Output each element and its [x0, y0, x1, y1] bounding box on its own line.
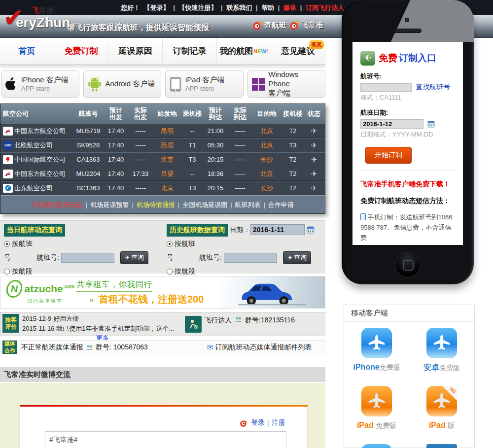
subscribe-expert-link[interactable]: 订阅飞行达人 — [306, 4, 344, 11]
weibo-icon — [240, 418, 248, 427]
airline-logo-sas: SAS — [3, 141, 13, 150]
nav-tab-delay-reason[interactable]: 延误原因 — [108, 38, 163, 64]
review-line[interactable]: 2015-12-9 好用方便 — [22, 314, 185, 324]
flight-expert-group[interactable]: 飞行达人 群号:182135116 — [185, 314, 295, 334]
col-arr-terminal: 接机楼 — [281, 110, 305, 117]
airline-name: 中国东方航空公司 — [14, 127, 66, 136]
search-button[interactable]: ✈查询 — [120, 251, 148, 264]
nav-tab-feedback[interactable]: 意见建议 有奖 — [271, 38, 325, 64]
passenger-reviews-panel: 旅客评价 2015-12-9 好用方便 2015-11-16 我已使用1年非常准… — [0, 312, 325, 336]
group-number: 群号: 100587063 — [96, 343, 148, 352]
separator: | — [221, 4, 223, 11]
help-link[interactable]: 帮助 — [261, 4, 274, 11]
ipad-app-button[interactable]: iPad 客户端APP store — [165, 70, 244, 98]
ad-banner[interactable]: N atzuche.com 凹凸共享租车 共享租车，你我同行 »首租不花钱，注册… — [0, 276, 325, 309]
windows-phone-app-button[interactable]: Windows Phone客户端 — [247, 70, 326, 98]
nav-tab-my-airmap[interactable]: 我的航图 NEW! — [217, 38, 271, 64]
link-airport-delay-warning[interactable]: 机场延误预警 — [90, 201, 129, 209]
table-row[interactable]: SAS北欧航空公司 SK9528 17:40 ----- 悉尼 T1 05:30… — [0, 138, 325, 152]
actual-arr: ----- — [227, 184, 253, 192]
nav-tab-home[interactable]: 首页 — [0, 38, 54, 64]
weibo-register-link[interactable]: 注册 — [272, 418, 285, 427]
actual-arr: ----- — [227, 170, 253, 177]
table-row[interactable]: 中国东方航空公司 MU2204 17:40 17:33 吕梁 -- 18:36 … — [0, 167, 325, 181]
start-subscribe-button[interactable]: 开始订制 — [365, 147, 412, 164]
flight-no-label: 航班号: — [199, 253, 222, 262]
brand-subtitle: 凹凸共享租车 — [27, 298, 74, 305]
status-plane-icon: ✈ — [305, 184, 323, 193]
app-icon-android — [426, 328, 457, 358]
weibo-login-link[interactable]: 登录 — [251, 418, 265, 427]
weibo-icon — [289, 20, 300, 31]
query-section: 当日航班动态查询 按航班 号 航班号: ✈查询 按航段 历史航班数据查询 日期：… — [0, 220, 325, 274]
link-mobile-tracking[interactable]: 手机跟踪航班动态 — [32, 201, 83, 209]
col-actual-arr: 实际 到达 — [227, 107, 253, 121]
table-row[interactable]: 中国国际航空公司 CA1363 17:40 ----- 北京 T3 20:15 … — [0, 152, 325, 167]
people-icon — [85, 344, 94, 351]
home-button[interactable] — [395, 252, 421, 277]
link-national-delay-map[interactable]: 全国机场延误图 — [182, 201, 227, 209]
subscribe-mail-link[interactable]: 订阅航班动态媒体通报邮件列表 — [215, 343, 312, 352]
green-plane-icon: ✈ — [360, 51, 375, 66]
table-row[interactable]: 山东航空公司 SC1363 17:40 ----- 北京 T3 20:15 --… — [0, 181, 325, 195]
quick-register-link[interactable]: 【快速注册】 — [178, 4, 217, 11]
search-button-label: 查询 — [294, 253, 307, 262]
ad-slogan: 共享租车，你我同行 — [76, 279, 152, 292]
flight-number: SC1363 — [72, 184, 104, 192]
radio-by-segment[interactable] — [167, 269, 173, 275]
phone-flight-no-input[interactable] — [360, 83, 412, 92]
radio-by-segment[interactable] — [4, 269, 10, 275]
actual-arr: ----- — [227, 141, 253, 149]
tab-label: 我的航图 — [219, 45, 253, 57]
query-panel-history: 历史航班数据查询 日期： 按航班 号 航班号: ✈查询 按航段 — [163, 221, 325, 274]
link-airport-special-report[interactable]: 机场特情通报 — [137, 201, 175, 209]
date-input[interactable] — [250, 224, 305, 235]
app-button-sublabel: APP store — [21, 85, 69, 93]
link-flight-list[interactable]: 航班列表 — [235, 201, 261, 209]
weibo-auth-links: 登录 | 注册 — [240, 418, 285, 427]
radio-by-flight[interactable] — [4, 241, 10, 247]
weibo-flight-search-button[interactable]: 查航班 — [252, 20, 286, 31]
nav-tab-subscribe-records[interactable]: 订制记录 — [163, 38, 217, 64]
phone-screen: ✈ 免费订制入口 航班号: 查找航班号 格式：CA1111 航班日期: 日期格式… — [352, 42, 463, 245]
login-link[interactable]: 【登录】 — [144, 4, 170, 11]
android-icon — [88, 76, 102, 92]
search-button[interactable]: ✈查询 — [283, 251, 311, 264]
flight-no-input[interactable] — [224, 253, 277, 263]
iphone-app-button[interactable]: iPhone 客户端APP store — [1, 70, 79, 98]
app-ipad-hd[interactable]: HD iPad 版 — [409, 380, 474, 438]
weibo-brand-button[interactable]: 飞常准 — [289, 20, 323, 31]
flight-no-label: 航班号: — [36, 253, 59, 262]
app-partial-right[interactable] — [409, 438, 474, 448]
phone-date-input[interactable] — [360, 119, 423, 129]
weibo-composer[interactable]: #飞常准# — [45, 431, 286, 448]
format-hint: 格式：CA1111 — [360, 93, 456, 102]
airline-logo-china-eastern — [3, 170, 13, 178]
brand-tld: .com — [63, 284, 74, 289]
media-link[interactable]: 媒体 — [283, 4, 296, 11]
col-dep-terminal: 乘机楼 — [181, 110, 204, 117]
brand-logo[interactable]: ✔ eryZhun 飞常准 — [3, 2, 77, 34]
app-ipad-free[interactable]: iPad 免费版 — [344, 380, 409, 438]
link-cooperation[interactable]: 合作申请 — [268, 201, 294, 209]
app-iphone-free[interactable]: iPhone免费版 — [344, 322, 409, 380]
download-promo: 飞常准手机客户端免费下载！ — [360, 180, 456, 189]
calendar-icon[interactable] — [427, 120, 435, 128]
app-partial-left[interactable] — [344, 438, 409, 448]
review-line[interactable]: 2015-11-16 我已使用1年非常准手机定制功能，这个... — [22, 324, 185, 334]
app-icon-ipad-hd: HD — [426, 386, 457, 416]
separator: | — [86, 201, 87, 208]
calendar-icon[interactable] — [307, 226, 315, 234]
greeting: 您好！ — [121, 4, 140, 11]
app-android-free[interactable]: 安卓免费版 — [409, 322, 474, 380]
radio-by-flight[interactable] — [167, 241, 173, 247]
separator: | — [278, 4, 280, 11]
android-app-button[interactable]: Android 客户端 — [83, 70, 162, 98]
nav-tab-free-subscribe[interactable]: 免费订制 — [54, 38, 108, 64]
app-name: iPhone — [353, 363, 379, 371]
table-row[interactable]: 中国东方航空公司 MU5719 17:40 ----- 昆明 -- 21:00 … — [0, 124, 325, 138]
contact-us-link[interactable]: 联系我们 — [226, 4, 252, 11]
flight-no-input[interactable] — [61, 253, 114, 263]
find-flight-link[interactable]: 查找航班号 — [416, 83, 450, 92]
airline-name: 北欧航空公司 — [14, 141, 53, 150]
